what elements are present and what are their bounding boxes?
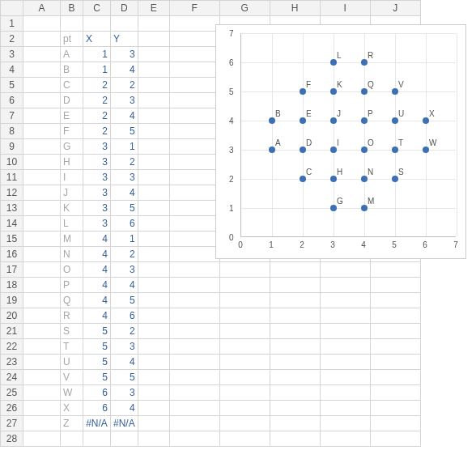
cell[interactable] <box>138 370 169 385</box>
cell[interactable] <box>270 401 320 416</box>
cell[interactable] <box>169 262 219 278</box>
cell[interactable] <box>320 293 370 308</box>
cell[interactable]: U <box>61 355 83 370</box>
row-header[interactable]: 24 <box>1 370 23 385</box>
cell[interactable]: M <box>61 232 83 247</box>
cell[interactable] <box>23 278 61 293</box>
cell[interactable]: 5 <box>83 370 111 385</box>
row-header[interactable]: 12 <box>1 185 23 201</box>
cell[interactable]: 5 <box>111 201 138 216</box>
cell[interactable]: I <box>61 170 83 185</box>
cell[interactable] <box>23 401 61 416</box>
row-header[interactable]: 3 <box>1 47 23 62</box>
cell[interactable]: 4 <box>111 185 138 201</box>
cell[interactable] <box>169 308 219 324</box>
cell[interactable] <box>111 16 138 32</box>
cell[interactable]: 2 <box>83 108 111 124</box>
col-header[interactable]: B <box>61 1 83 16</box>
select-all-corner[interactable] <box>1 1 23 16</box>
cell[interactable]: H <box>61 155 83 170</box>
cell[interactable] <box>23 232 61 247</box>
row-header[interactable]: 18 <box>1 278 23 293</box>
cell[interactable] <box>138 139 169 155</box>
cell[interactable]: 5 <box>83 324 111 339</box>
cell[interactable] <box>169 370 219 385</box>
row-header[interactable]: 5 <box>1 78 23 93</box>
cell[interactable] <box>270 431 320 447</box>
cell[interactable]: 4 <box>83 293 111 308</box>
cell[interactable] <box>169 93 219 108</box>
row-header[interactable]: 22 <box>1 339 23 355</box>
cell[interactable] <box>138 47 169 62</box>
cell[interactable]: 6 <box>83 401 111 416</box>
cell[interactable] <box>370 324 420 339</box>
cell[interactable] <box>138 78 169 93</box>
cell[interactable]: 4 <box>83 262 111 278</box>
cell[interactable] <box>138 247 169 262</box>
col-header[interactable]: H <box>270 1 320 16</box>
cell[interactable] <box>23 431 61 447</box>
cell[interactable] <box>370 401 420 416</box>
cell[interactable] <box>370 355 420 370</box>
cell[interactable] <box>169 32 219 47</box>
cell[interactable] <box>270 308 320 324</box>
cell[interactable]: N <box>61 247 83 262</box>
cell[interactable]: W <box>61 385 83 401</box>
cell[interactable]: X <box>83 32 111 47</box>
cell[interactable]: 4 <box>111 108 138 124</box>
cell[interactable]: 3 <box>111 385 138 401</box>
cell[interactable] <box>23 170 61 185</box>
col-header[interactable]: J <box>370 1 420 16</box>
cell[interactable] <box>370 278 420 293</box>
row-header[interactable]: 20 <box>1 308 23 324</box>
cell[interactable] <box>138 185 169 201</box>
cell[interactable]: 3 <box>111 262 138 278</box>
cell[interactable] <box>138 355 169 370</box>
cell[interactable] <box>169 124 219 139</box>
cell[interactable]: S <box>61 324 83 339</box>
cell[interactable] <box>169 170 219 185</box>
data-point[interactable] <box>361 205 368 211</box>
cell[interactable] <box>169 431 219 447</box>
cell[interactable] <box>219 355 270 370</box>
cell[interactable] <box>219 308 270 324</box>
cell[interactable] <box>23 385 61 401</box>
cell[interactable]: 5 <box>111 293 138 308</box>
data-point[interactable] <box>330 147 337 153</box>
cell[interactable] <box>138 293 169 308</box>
cell[interactable] <box>61 16 83 32</box>
cell[interactable] <box>169 16 219 32</box>
cell[interactable] <box>23 324 61 339</box>
row-header[interactable]: 7 <box>1 108 23 124</box>
data-point[interactable] <box>269 147 275 153</box>
cell[interactable] <box>23 339 61 355</box>
cell[interactable] <box>270 278 320 293</box>
row-header[interactable]: 10 <box>1 155 23 170</box>
cell[interactable]: 5 <box>111 370 138 385</box>
cell[interactable] <box>23 139 61 155</box>
cell[interactable] <box>23 124 61 139</box>
col-header[interactable]: F <box>169 1 219 16</box>
data-point[interactable] <box>392 176 398 182</box>
cell[interactable]: 4 <box>111 278 138 293</box>
cell[interactable]: 4 <box>83 308 111 324</box>
data-point[interactable] <box>300 147 306 153</box>
cell[interactable] <box>270 293 320 308</box>
row-header[interactable]: 28 <box>1 431 23 447</box>
cell[interactable]: 2 <box>83 93 111 108</box>
cell[interactable]: 4 <box>83 278 111 293</box>
cell[interactable] <box>320 308 370 324</box>
cell[interactable] <box>138 339 169 355</box>
cell[interactable]: 3 <box>83 170 111 185</box>
row-header[interactable]: 16 <box>1 247 23 262</box>
col-header[interactable]: D <box>111 1 138 16</box>
cell[interactable] <box>219 262 270 278</box>
col-header[interactable]: C <box>83 1 111 16</box>
cell[interactable] <box>169 324 219 339</box>
cell[interactable] <box>23 78 61 93</box>
cell[interactable]: 2 <box>83 124 111 139</box>
col-header[interactable]: I <box>320 1 370 16</box>
cell[interactable] <box>169 385 219 401</box>
cell[interactable] <box>138 216 169 232</box>
row-header[interactable]: 17 <box>1 262 23 278</box>
